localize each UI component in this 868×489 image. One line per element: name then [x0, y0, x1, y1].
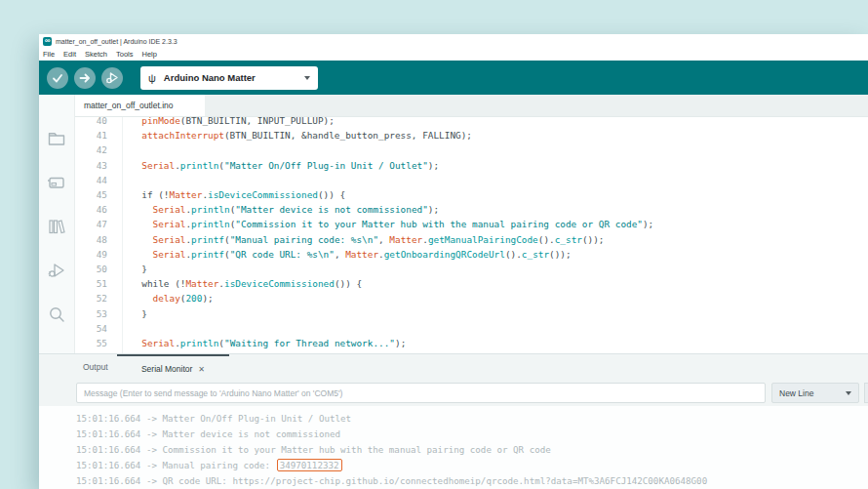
- code-text: Serial.println("Waiting for Thread netwo…: [131, 338, 406, 348]
- serial-line: 15:01:16.664 -> Matter device is not com…: [76, 427, 868, 442]
- sidebar-item-library-manager[interactable]: [46, 216, 67, 237]
- debug-bug-icon: [105, 70, 120, 85]
- menu-tools[interactable]: Tools: [116, 50, 134, 59]
- line-number: 44: [75, 175, 107, 185]
- serial-line: 15:01:16.664 -> Matter On/Off Plug-in Un…: [76, 411, 868, 427]
- tab-matter-on-off-outlet[interactable]: matter_on_off_outlet.ino: [75, 95, 205, 116]
- code-text: Serial.printf("Manual pairing code: %s\n…: [131, 234, 605, 245]
- code-line: 55 Serial.println("Waiting for Thread ne…: [75, 336, 868, 350]
- tab-serial-monitor[interactable]: Serial Monitor ✕: [117, 354, 229, 382]
- menu-edit[interactable]: Edit: [63, 50, 76, 59]
- line-number: 55: [75, 338, 107, 348]
- arrow-right-icon: [78, 71, 92, 85]
- code-line: 44: [75, 173, 868, 187]
- tab-output[interactable]: Output: [83, 362, 108, 372]
- line-number: 46: [75, 204, 107, 215]
- code-text: attachInterrupt(BTN_BUILTIN, &handle_but…: [131, 130, 472, 141]
- serial-line: 15:01:16.664 -> QR code URL: https://pro…: [76, 473, 868, 489]
- line-number: 43: [75, 160, 107, 171]
- line-number: 54: [75, 323, 107, 334]
- close-icon[interactable]: ✕: [198, 365, 205, 374]
- code-line: 51 while (!Matter.isDeviceCommissioned()…: [75, 276, 868, 291]
- line-number: 52: [75, 293, 107, 304]
- activity-sidebar: [39, 95, 75, 353]
- serial-monitor-tab-label: Serial Monitor: [141, 364, 192, 374]
- code-line: 43 Serial.println("Matter On/Off Plug-in…: [75, 158, 868, 173]
- menu-bar: FileEditSketchToolsHelp: [39, 48, 868, 61]
- code-text: Serial.printf("QR code URL: %s\n", Matte…: [131, 249, 572, 260]
- serial-message-input[interactable]: [76, 383, 766, 403]
- menu-help[interactable]: Help: [141, 50, 156, 59]
- menu-sketch[interactable]: Sketch: [85, 50, 107, 59]
- code-line: 54: [75, 321, 868, 336]
- board-selector-dropdown[interactable]: ψ Arduino Nano Matter: [140, 66, 318, 90]
- debug-button[interactable]: [101, 67, 123, 89]
- code-line: 50 }: [75, 262, 868, 276]
- line-ending-dropdown[interactable]: New Line: [771, 383, 859, 403]
- tab-label: matter_on_off_outlet.ino: [84, 101, 174, 110]
- window-title: matter_on_off_outlet | Arduino IDE 2.3.3: [56, 38, 178, 45]
- sidebar-item-boards-manager[interactable]: [46, 172, 67, 193]
- code-text: Serial.println("Matter On/Off Plug-in Un…: [131, 160, 439, 171]
- bottom-panel: Output Serial Monitor ✕ New Line 15:01:1…: [39, 353, 868, 489]
- code-text: delay(200);: [131, 293, 214, 304]
- serial-line-text: 15:01:16.664 -> QR code URL: https://pro…: [76, 475, 707, 486]
- serial-line: 15:01:16.664 -> Manual pairing code: 349…: [76, 458, 868, 473]
- board-icon: [47, 173, 66, 192]
- serial-line: 15:01:16.664 -> Commission it to your Ma…: [76, 442, 868, 458]
- code-line: 41 attachInterrupt(BTN_BUILTIN, &handle_…: [75, 128, 868, 143]
- serial-monitor-output: 15:01:16.664 -> Matter On/Off Plug-in Un…: [39, 406, 868, 489]
- chevron-down-icon: [846, 391, 851, 395]
- code-text: pinMode(BTN_BUILTIN, INPUT_PULLUP);: [131, 117, 335, 126]
- sidebar-item-debug[interactable]: [46, 260, 67, 281]
- editor-column: matter_on_off_outlet.ino 40 pinMode(BTN_…: [75, 95, 868, 353]
- line-number: 51: [75, 278, 107, 289]
- serial-input-row: New Line: [39, 382, 868, 406]
- desktop-background: ∞ matter_on_off_outlet | Arduino IDE 2.3…: [0, 0, 868, 489]
- code-text: Serial.println("Matter device is not com…: [131, 204, 439, 215]
- sidebar-item-search[interactable]: [46, 304, 67, 325]
- serial-line-text: 15:01:16.664 -> Matter On/Off Plug-in Un…: [76, 413, 351, 424]
- code-block: 40 pinMode(BTN_BUILTIN, INPUT_PULLUP);41…: [75, 117, 868, 350]
- line-number: 47: [75, 219, 107, 229]
- search-icon: [47, 305, 66, 324]
- serial-line-text: 15:01:16.664 -> Commission it to your Ma…: [76, 444, 551, 455]
- serial-line-text: 15:01:16.664 -> Matter device is not com…: [76, 428, 340, 439]
- check-icon: [51, 71, 64, 85]
- chevron-down-icon: [304, 76, 310, 80]
- verify-button[interactable]: [47, 67, 68, 89]
- line-number: 45: [75, 189, 107, 200]
- menu-file[interactable]: File: [43, 50, 55, 59]
- baud-rate-dropdown-partial[interactable]: [864, 383, 868, 403]
- arduino-logo-icon: ∞: [43, 37, 52, 46]
- editor-tab-bar: matter_on_off_outlet.ino: [75, 95, 868, 117]
- code-line: 47 Serial.println("Commission it to your…: [75, 217, 868, 231]
- code-line: 49 Serial.printf("QR code URL: %s\n", Ma…: [75, 247, 868, 262]
- code-text: }: [131, 264, 147, 274]
- code-text: if (!Matter.isDeviceCommissioned()) {: [131, 189, 345, 200]
- books-icon: [47, 217, 66, 236]
- gutter-separator: [122, 117, 123, 353]
- line-number: 40: [75, 117, 107, 126]
- sidebar-item-sketchbook[interactable]: [46, 128, 67, 149]
- debug-icon: [47, 261, 66, 280]
- code-line: 45 if (!Matter.isDeviceCommissioned()) {: [75, 187, 868, 202]
- line-number: 53: [75, 308, 107, 319]
- serial-line-text: 15:01:16.664 -> Manual pairing code:: [76, 460, 276, 470]
- upload-button[interactable]: [74, 67, 96, 89]
- main-area: matter_on_off_outlet.ino 40 pinMode(BTN_…: [39, 95, 868, 353]
- code-line: 42: [75, 143, 868, 157]
- code-line: 52 delay(200);: [75, 291, 868, 306]
- line-number: 48: [75, 234, 107, 245]
- line-ending-value: New Line: [779, 388, 846, 398]
- line-number: 42: [75, 144, 107, 155]
- usb-icon: ψ: [148, 72, 156, 84]
- line-number: 50: [75, 264, 107, 274]
- code-editor[interactable]: 40 pinMode(BTN_BUILTIN, INPUT_PULLUP);41…: [75, 117, 868, 353]
- code-line: 46 Serial.println("Matter device is not …: [75, 202, 868, 217]
- code-text: Serial.println("Commission it to your Ma…: [131, 219, 653, 229]
- panel-tab-bar: Output Serial Monitor ✕: [39, 354, 868, 382]
- title-bar: ∞ matter_on_off_outlet | Arduino IDE 2.3…: [39, 34, 868, 48]
- pairing-code-highlight: 34970112332: [277, 459, 342, 471]
- line-number: 41: [75, 130, 107, 141]
